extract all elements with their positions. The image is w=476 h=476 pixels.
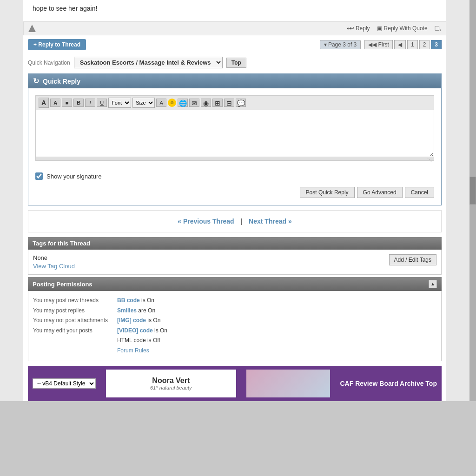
go-advanced-button[interactable]: Go Advanced (357, 187, 403, 198)
reply-button[interactable]: ↩ ↩ Reply (347, 25, 370, 32)
ad-title: Noora Vert (152, 377, 190, 385)
tags-header: Tags for this Thread (28, 237, 442, 250)
perm-edit-posts: You may edit your posts (33, 326, 108, 336)
email-icon-button[interactable]: ✉ (189, 99, 199, 107)
footer-archive-label: CAF Review Board Archive Top (340, 380, 436, 387)
video-code-link[interactable]: [VIDEO] code (117, 327, 153, 334)
permissions-right: BB code is On Smilies are On [IMG] code … (117, 296, 167, 356)
resize-bar[interactable]: ⋱ (36, 157, 434, 160)
permissions-body: You may post new threads You may post re… (28, 291, 442, 361)
forum-rules-link[interactable]: Forum Rules (117, 347, 149, 354)
previous-thread-link[interactable]: « Previous Thread (178, 218, 234, 225)
page-1-button[interactable]: 1 (407, 40, 418, 49)
footer: -- vB4 Default Style Noora Vert 61° natu… (28, 366, 442, 401)
next-thread-link[interactable]: Next Thread » (249, 218, 292, 225)
text-size-large-button[interactable]: A (39, 98, 49, 108)
style-select[interactable]: -- vB4 Default Style (33, 378, 96, 389)
ad-subtitle: 61° natural beauty (150, 385, 192, 390)
tags-section: Tags for this Thread None View Tag Cloud… (28, 237, 442, 275)
quote-icon: ▣ (377, 25, 382, 32)
add-edit-tags-button[interactable]: Add / Edit Tags (389, 254, 437, 265)
perm-video-code: [VIDEO] code is On (117, 326, 167, 336)
tags-none-text: None (33, 254, 75, 261)
list-icon-button[interactable]: ⊟ (224, 99, 234, 107)
text-size-small-button[interactable]: A (50, 99, 60, 107)
footer-ad: Noora Vert 61° natural beauty (106, 370, 236, 397)
quick-nav-select[interactable]: Saskatoon Escorts / Massage Intel & Revi… (74, 57, 223, 68)
image-icon-button[interactable]: ◉ (201, 99, 211, 107)
underline-button[interactable]: U (97, 99, 107, 107)
quick-reply-body: A A ■ B I U Font Size A (28, 88, 441, 168)
perm-html-code: HTML code is Off (117, 336, 167, 346)
font-select[interactable]: Font (108, 98, 131, 108)
page-2-button[interactable]: 2 (419, 40, 430, 49)
action-bar: ↩ ↩ Reply ▣ Reply With Quote ❑, (23, 21, 446, 35)
first-page-button[interactable]: ◀◀ First (364, 40, 393, 49)
perm-post-attachments: You may not post attachments (33, 316, 108, 326)
permissions-title: Posting Permissions (33, 281, 93, 288)
thread-nav-separator: | (241, 218, 243, 225)
table-icon-button[interactable]: ⊞ (212, 99, 223, 107)
top-button[interactable]: Top (226, 58, 246, 68)
show-signature-label: Show your signature (46, 173, 102, 180)
font-color-button[interactable]: A (156, 99, 166, 107)
perm-img-code: [IMG] code is On (117, 316, 167, 326)
quick-reply-title: Quick Reply (43, 78, 80, 85)
perm-post-threads: You may post new threads (33, 296, 108, 306)
footer-image (246, 370, 330, 397)
quick-reply-header: ↻ Quick Reply (28, 74, 441, 88)
post-quick-reply-button[interactable]: Post Quick Reply (300, 187, 355, 198)
quick-reply-section: ↻ Quick Reply A A ■ B I U Font (28, 73, 442, 205)
perm-smilies: Smilies are On (117, 306, 167, 316)
smiley-button[interactable]: ☺ (168, 99, 176, 107)
globe-icon-button[interactable]: 🌐 (178, 99, 188, 107)
img-code-link[interactable]: [IMG] code (117, 317, 146, 324)
reply-row: + Reply to Thread ▾ Page 3 of 3 ◀◀ First… (23, 35, 446, 54)
permissions-left: You may post new threads You may post re… (33, 296, 108, 356)
permissions-section: Posting Permissions ▲ You may post new t… (28, 277, 442, 361)
speech-icon-button[interactable]: 💬 (236, 99, 246, 107)
cancel-button[interactable]: Cancel (405, 187, 434, 198)
pagination: ▾ Page 3 of 3 ◀◀ First ◀ 1 2 3 (320, 40, 442, 49)
multi-quote-icon: ❑, (435, 25, 441, 32)
quick-nav: Quick Navigation Saskatoon Escorts / Mas… (23, 54, 446, 71)
tags-content: None View Tag Cloud (33, 254, 75, 270)
show-signature-checkbox[interactable] (35, 172, 43, 180)
italic-button[interactable]: I (85, 99, 95, 107)
perm-forum-rules: Forum Rules (117, 346, 167, 356)
editor-wrapper: A A ■ B I U Font Size A (35, 95, 434, 161)
quick-nav-label: Quick Navigation (28, 60, 70, 66)
warn-icon (28, 25, 36, 32)
color-picker-button[interactable]: ■ (62, 99, 72, 107)
permissions-header: Posting Permissions ▲ (28, 277, 442, 291)
bb-code-link[interactable]: BB code (117, 297, 140, 304)
reply-textarea[interactable] (36, 110, 434, 157)
thread-navigation: « Previous Thread | Next Thread » (28, 210, 442, 232)
smilies-link[interactable]: Smilies (117, 307, 137, 314)
post-buttons: Post Quick Reply Go Advanced Cancel (28, 185, 441, 205)
refresh-icon: ↻ (33, 77, 39, 86)
multi-quote-button[interactable]: ❑, (435, 25, 441, 32)
reply-to-thread-button[interactable]: + Reply to Thread (28, 39, 86, 50)
collapse-permissions-button[interactable]: ▲ (429, 280, 437, 288)
reply-with-quote-button[interactable]: ▣ Reply With Quote (377, 25, 428, 32)
perm-bb-code: BB code is On (117, 296, 167, 306)
prev-page-button[interactable]: ◀ (394, 40, 406, 49)
page-3-button[interactable]: 3 (431, 40, 442, 49)
view-tag-cloud-link[interactable]: View Tag Cloud (33, 263, 75, 270)
size-select[interactable]: Size (132, 98, 155, 108)
post-text: hope to see her again! (23, 0, 446, 21)
signature-row: Show your signature (28, 168, 441, 185)
bold-button[interactable]: B (73, 99, 84, 107)
page-label: ▾ Page 3 of 3 (320, 40, 361, 49)
perm-post-replies: You may post replies (33, 306, 108, 316)
tags-body: None View Tag Cloud Add / Edit Tags (28, 250, 442, 275)
editor-toolbar: A A ■ B I U Font Size A (36, 96, 434, 110)
